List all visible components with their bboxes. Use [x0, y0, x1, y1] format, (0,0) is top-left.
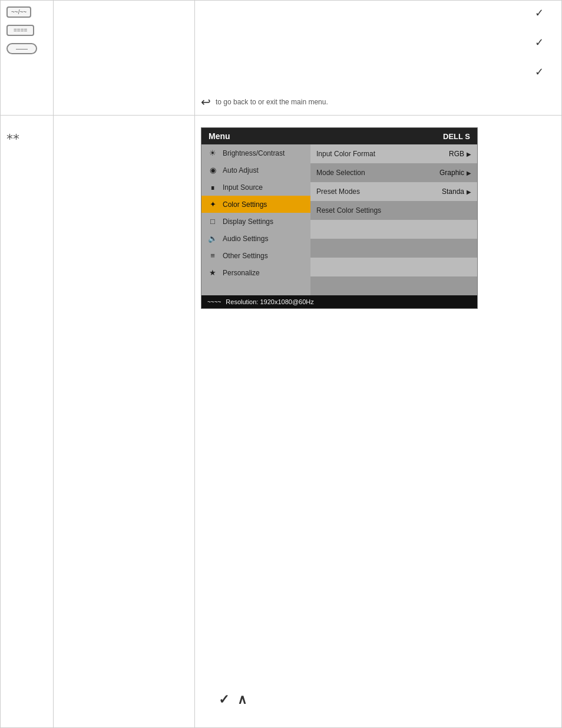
osd-item-color-settings[interactable]: ✦ Color Settings [201, 196, 310, 213]
osd-right-empty-3 [310, 258, 477, 276]
auto-adjust-icon: ◉ [207, 166, 218, 174]
osd-item-brightness-label: Brightness/Contrast [223, 149, 285, 157]
nav-down-arrow[interactable]: ✓ [219, 692, 229, 707]
osd-header: Menu DELL S [201, 128, 477, 144]
osd-right-preset-modes-label: Preset Modes [316, 187, 360, 196]
osd-right-empty-2 [310, 239, 477, 258]
bottom-content-cell: Menu DELL S ☀ Brightness/Contrast ◉ Auto… [195, 116, 562, 728]
osd-right-input-color-value: RGB [449, 150, 464, 158]
osd-item-auto-adjust[interactable]: ◉ Auto Adjust [201, 162, 310, 179]
osd-item-audio-settings-label: Audio Settings [223, 235, 268, 243]
back-arrow-icon: ↩ [201, 95, 211, 109]
top-desc-cell [54, 1, 195, 116]
osd-right-preset-modes-value: Standa [442, 187, 464, 196]
icon-rect-box: ==== [6, 25, 34, 36]
osd-footer-text: Resolution: 1920x1080@60Hz [226, 298, 313, 305]
bottom-icons-cell: ⁎⁎ [1, 116, 54, 728]
osd-menu: Menu DELL S ☀ Brightness/Contrast ◉ Auto… [201, 127, 478, 309]
osd-item-brightness[interactable]: ☀ Brightness/Contrast [201, 144, 310, 162]
osd-item-display-settings-label: Display Settings [223, 218, 273, 226]
bottom-desc-cell [54, 116, 195, 728]
osd-footer: ~~~~ Resolution: 1920x1080@60Hz [201, 295, 477, 308]
back-text: to go back to or exit the main menu. [216, 98, 328, 106]
osd-right-mode-selection-value: Graphic [439, 169, 464, 177]
osd-item-color-settings-label: Color Settings [223, 200, 267, 209]
display-settings-icon: □ [207, 217, 218, 226]
icon-rect: ==== [6, 25, 47, 36]
osd-right-reset-color[interactable]: Reset Color Settings [310, 201, 477, 220]
osd-header-title: Menu [209, 131, 230, 141]
nav-arrows: ✓ ∧ [219, 692, 556, 707]
osd-item-personalize-label: Personalize [223, 269, 260, 277]
osd-body: ☀ Brightness/Contrast ◉ Auto Adjust ∎ In… [201, 144, 477, 295]
osd-right-panel: Input Color Format RGB ▶ Mode Selection … [310, 144, 477, 295]
back-row: ↩ to go back to or exit the main menu. [201, 95, 556, 109]
osd-right-mode-selection[interactable]: Mode Selection Graphic ▶ [310, 163, 477, 182]
osd-header-brand: DELL S [443, 132, 470, 141]
personalize-icon: ★ [207, 268, 218, 277]
input-color-arrow-icon: ▶ [467, 151, 471, 157]
checkmark-2: ✓ [201, 36, 544, 49]
other-settings-icon: ≡ [207, 251, 218, 260]
osd-item-audio-settings[interactable]: 🔈 Audio Settings [201, 230, 310, 247]
osd-right-mode-selection-label: Mode Selection [316, 169, 365, 177]
icon-wavy-box: ~~/~~ [6, 6, 31, 18]
icon-line: —— [6, 43, 47, 54]
color-settings-icon: ⁎⁎ [6, 127, 47, 143]
icon-line-box: —— [6, 43, 37, 54]
osd-item-input-source-label: Input Source [223, 183, 263, 192]
checkmarks-container: ✓ ✓ ✓ [201, 6, 556, 78]
icon-wavy: ~~/~~ [6, 6, 47, 18]
osd-right-input-color-label: Input Color Format [316, 150, 375, 158]
osd-item-display-settings[interactable]: □ Display Settings [201, 213, 310, 230]
preset-modes-arrow-icon: ▶ [467, 189, 471, 195]
mode-selection-arrow-icon: ▶ [467, 170, 471, 176]
checkmark-3: ✓ [201, 65, 544, 78]
checkmark-1: ✓ [201, 6, 544, 19]
input-source-icon: ∎ [207, 183, 218, 192]
osd-right-empty-4 [310, 276, 477, 295]
osd-right-preset-modes[interactable]: Preset Modes Standa ▶ [310, 182, 477, 201]
osd-footer-icon: ~~~~ [207, 299, 221, 305]
osd-item-input-source[interactable]: ∎ Input Source [201, 179, 310, 196]
osd-item-personalize[interactable]: ★ Personalize [201, 264, 310, 281]
osd-right-input-color[interactable]: Input Color Format RGB ▶ [310, 144, 477, 163]
audio-settings-icon: 🔈 [207, 234, 218, 243]
osd-right-reset-color-label: Reset Color Settings [316, 206, 381, 215]
top-icons-cell: ~~/~~ ==== —— [1, 1, 54, 116]
osd-left-menu: ☀ Brightness/Contrast ◉ Auto Adjust ∎ In… [201, 144, 310, 295]
osd-item-other-settings[interactable]: ≡ Other Settings [201, 247, 310, 264]
color-settings-menu-icon: ✦ [207, 200, 218, 209]
osd-item-auto-adjust-label: Auto Adjust [223, 166, 259, 174]
brightness-icon: ☀ [207, 149, 218, 157]
top-content-cell: ✓ ✓ ✓ ↩ to go back to or exit the main m… [195, 1, 562, 116]
nav-up-arrow[interactable]: ∧ [237, 692, 247, 707]
osd-item-other-settings-label: Other Settings [223, 252, 268, 260]
osd-right-empty-1 [310, 220, 477, 239]
